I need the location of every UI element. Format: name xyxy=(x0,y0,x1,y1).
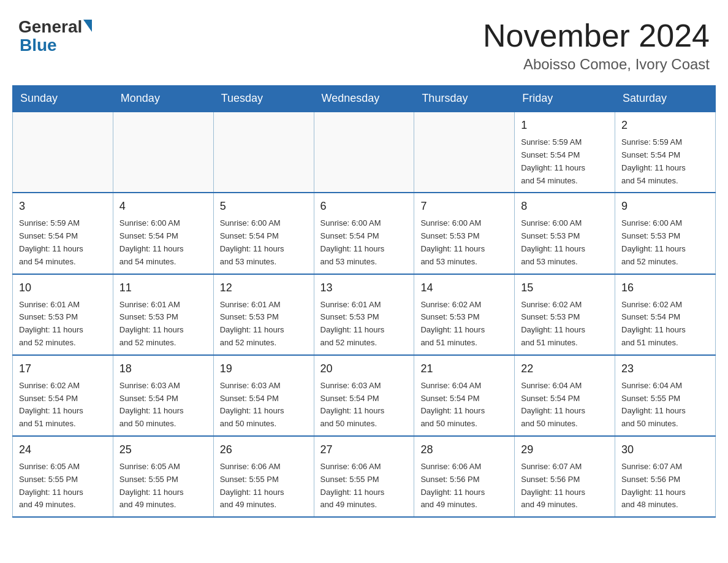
day-info: Sunrise: 5:59 AM Sunset: 5:54 PM Dayligh… xyxy=(521,136,609,187)
day-info: Sunrise: 5:59 AM Sunset: 5:54 PM Dayligh… xyxy=(621,136,709,187)
calendar-cell: 16Sunrise: 6:02 AM Sunset: 5:54 PM Dayli… xyxy=(615,274,716,355)
day-number: 29 xyxy=(521,442,609,458)
calendar-cell: 30Sunrise: 6:07 AM Sunset: 5:56 PM Dayli… xyxy=(615,436,716,517)
calendar-cell: 7Sunrise: 6:00 AM Sunset: 5:53 PM Daylig… xyxy=(414,193,515,274)
day-info: Sunrise: 6:03 AM Sunset: 5:54 PM Dayligh… xyxy=(220,380,308,431)
logo-text-general: General xyxy=(18,18,82,36)
day-number: 16 xyxy=(621,280,709,296)
day-info: Sunrise: 6:02 AM Sunset: 5:53 PM Dayligh… xyxy=(420,299,508,350)
calendar-cell xyxy=(213,112,314,193)
header-day-thursday: Thursday xyxy=(414,86,515,112)
day-info: Sunrise: 6:00 AM Sunset: 5:54 PM Dayligh… xyxy=(320,217,408,268)
calendar-cell: 2Sunrise: 5:59 AM Sunset: 5:54 PM Daylig… xyxy=(615,112,716,193)
day-info: Sunrise: 6:02 AM Sunset: 5:54 PM Dayligh… xyxy=(19,380,107,431)
header-day-friday: Friday xyxy=(515,86,615,112)
calendar-cell xyxy=(314,112,414,193)
day-number: 7 xyxy=(420,198,508,215)
day-number: 23 xyxy=(621,361,709,377)
day-info: Sunrise: 6:07 AM Sunset: 5:56 PM Dayligh… xyxy=(521,461,609,511)
day-number: 13 xyxy=(320,280,408,296)
calendar-cell: 22Sunrise: 6:04 AM Sunset: 5:54 PM Dayli… xyxy=(515,355,615,436)
day-number: 6 xyxy=(320,198,408,215)
calendar-cell: 5Sunrise: 6:00 AM Sunset: 5:54 PM Daylig… xyxy=(213,193,314,274)
day-number: 25 xyxy=(119,442,207,458)
day-number: 19 xyxy=(220,361,308,377)
calendar-cell: 13Sunrise: 6:01 AM Sunset: 5:53 PM Dayli… xyxy=(314,274,414,355)
day-number: 12 xyxy=(220,280,308,296)
week-row-5: 24Sunrise: 6:05 AM Sunset: 5:55 PM Dayli… xyxy=(13,436,716,517)
day-number: 22 xyxy=(521,361,609,377)
day-info: Sunrise: 6:06 AM Sunset: 5:56 PM Dayligh… xyxy=(420,461,508,511)
calendar-cell: 8Sunrise: 6:00 AM Sunset: 5:53 PM Daylig… xyxy=(515,193,615,274)
calendar-cell xyxy=(414,112,515,193)
logo-arrow-icon xyxy=(83,20,92,32)
day-number: 4 xyxy=(119,198,207,215)
calendar-cell xyxy=(13,112,113,193)
calendar-cell: 19Sunrise: 6:03 AM Sunset: 5:54 PM Dayli… xyxy=(213,355,314,436)
day-info: Sunrise: 6:00 AM Sunset: 5:54 PM Dayligh… xyxy=(119,217,207,268)
logo-text-blue: Blue xyxy=(20,36,92,55)
calendar-cell: 21Sunrise: 6:04 AM Sunset: 5:54 PM Dayli… xyxy=(414,355,515,436)
day-number: 15 xyxy=(521,280,609,296)
day-info: Sunrise: 6:02 AM Sunset: 5:54 PM Dayligh… xyxy=(621,299,709,350)
calendar-cell xyxy=(113,112,213,193)
day-number: 8 xyxy=(521,198,609,215)
calendar-cell: 24Sunrise: 6:05 AM Sunset: 5:55 PM Dayli… xyxy=(13,436,113,517)
day-number: 28 xyxy=(420,442,508,458)
day-number: 26 xyxy=(220,442,308,458)
day-info: Sunrise: 6:00 AM Sunset: 5:53 PM Dayligh… xyxy=(521,217,609,268)
logo: General Blue xyxy=(18,18,92,55)
day-info: Sunrise: 6:01 AM Sunset: 5:53 PM Dayligh… xyxy=(320,299,408,350)
page-header: General Blue November 2024 Aboisso Comoe… xyxy=(12,12,716,73)
day-number: 2 xyxy=(621,117,709,134)
day-number: 21 xyxy=(420,361,508,377)
day-number: 30 xyxy=(621,442,709,458)
day-number: 24 xyxy=(19,442,107,458)
day-number: 11 xyxy=(119,280,207,296)
calendar-cell: 3Sunrise: 5:59 AM Sunset: 5:54 PM Daylig… xyxy=(13,193,113,274)
day-number: 20 xyxy=(320,361,408,377)
calendar-table: SundayMondayTuesdayWednesdayThursdayFrid… xyxy=(12,85,716,518)
header-day-tuesday: Tuesday xyxy=(213,86,314,112)
day-number: 14 xyxy=(420,280,508,296)
week-row-3: 10Sunrise: 6:01 AM Sunset: 5:53 PM Dayli… xyxy=(13,274,716,355)
calendar-cell: 25Sunrise: 6:05 AM Sunset: 5:55 PM Dayli… xyxy=(113,436,213,517)
header-day-sunday: Sunday xyxy=(13,86,113,112)
day-info: Sunrise: 6:01 AM Sunset: 5:53 PM Dayligh… xyxy=(19,299,107,350)
calendar-cell: 11Sunrise: 6:01 AM Sunset: 5:53 PM Dayli… xyxy=(113,274,213,355)
day-number: 3 xyxy=(19,198,107,215)
calendar-cell: 15Sunrise: 6:02 AM Sunset: 5:53 PM Dayli… xyxy=(515,274,615,355)
calendar-cell: 10Sunrise: 6:01 AM Sunset: 5:53 PM Dayli… xyxy=(13,274,113,355)
day-info: Sunrise: 6:01 AM Sunset: 5:53 PM Dayligh… xyxy=(220,299,308,350)
month-title: November 2024 xyxy=(483,18,710,53)
header-day-monday: Monday xyxy=(113,86,213,112)
day-info: Sunrise: 6:06 AM Sunset: 5:55 PM Dayligh… xyxy=(320,461,408,511)
day-number: 18 xyxy=(119,361,207,377)
day-number: 10 xyxy=(19,280,107,296)
day-info: Sunrise: 6:05 AM Sunset: 5:55 PM Dayligh… xyxy=(19,461,107,511)
calendar-cell: 12Sunrise: 6:01 AM Sunset: 5:53 PM Dayli… xyxy=(213,274,314,355)
calendar-cell: 27Sunrise: 6:06 AM Sunset: 5:55 PM Dayli… xyxy=(314,436,414,517)
calendar-cell: 4Sunrise: 6:00 AM Sunset: 5:54 PM Daylig… xyxy=(113,193,213,274)
day-info: Sunrise: 6:06 AM Sunset: 5:55 PM Dayligh… xyxy=(220,461,308,511)
title-block: November 2024 Aboisso Comoe, Ivory Coast xyxy=(483,18,710,73)
calendar-cell: 29Sunrise: 6:07 AM Sunset: 5:56 PM Dayli… xyxy=(515,436,615,517)
week-row-2: 3Sunrise: 5:59 AM Sunset: 5:54 PM Daylig… xyxy=(13,193,716,274)
day-info: Sunrise: 5:59 AM Sunset: 5:54 PM Dayligh… xyxy=(19,217,107,268)
day-info: Sunrise: 6:02 AM Sunset: 5:53 PM Dayligh… xyxy=(521,299,609,350)
day-info: Sunrise: 6:04 AM Sunset: 5:54 PM Dayligh… xyxy=(420,380,508,431)
calendar-cell: 18Sunrise: 6:03 AM Sunset: 5:54 PM Dayli… xyxy=(113,355,213,436)
calendar-cell: 6Sunrise: 6:00 AM Sunset: 5:54 PM Daylig… xyxy=(314,193,414,274)
week-row-1: 1Sunrise: 5:59 AM Sunset: 5:54 PM Daylig… xyxy=(13,112,716,193)
day-info: Sunrise: 6:04 AM Sunset: 5:54 PM Dayligh… xyxy=(521,380,609,431)
day-number: 17 xyxy=(19,361,107,377)
calendar-cell: 26Sunrise: 6:06 AM Sunset: 5:55 PM Dayli… xyxy=(213,436,314,517)
day-info: Sunrise: 6:03 AM Sunset: 5:54 PM Dayligh… xyxy=(320,380,408,431)
day-info: Sunrise: 6:05 AM Sunset: 5:55 PM Dayligh… xyxy=(119,461,207,511)
calendar-cell: 23Sunrise: 6:04 AM Sunset: 5:55 PM Dayli… xyxy=(615,355,716,436)
calendar-cell: 17Sunrise: 6:02 AM Sunset: 5:54 PM Dayli… xyxy=(13,355,113,436)
day-info: Sunrise: 6:00 AM Sunset: 5:54 PM Dayligh… xyxy=(220,217,308,268)
day-number: 1 xyxy=(521,117,609,134)
location-subtitle: Aboisso Comoe, Ivory Coast xyxy=(483,56,710,73)
calendar-cell: 1Sunrise: 5:59 AM Sunset: 5:54 PM Daylig… xyxy=(515,112,615,193)
